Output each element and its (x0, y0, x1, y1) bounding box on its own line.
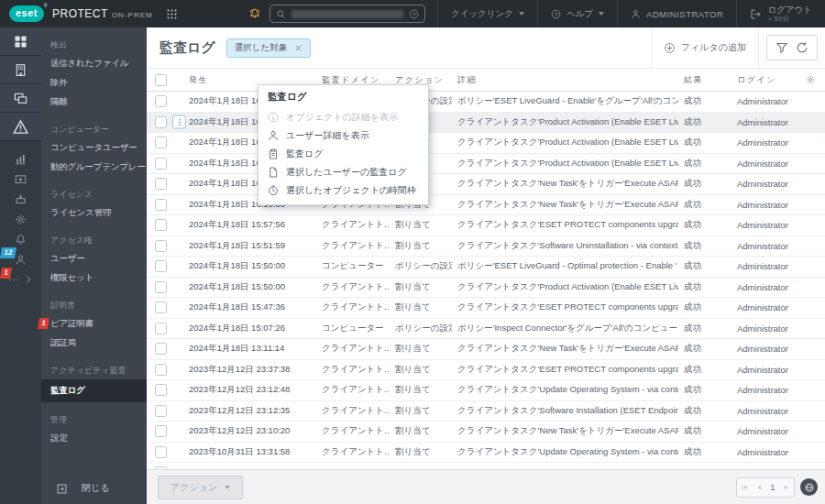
row-checkbox[interactable] (155, 116, 167, 128)
table-row[interactable]: 2024年1月18日 16:23:48クライアントト...割り当てクライアントタ… (147, 154, 825, 175)
cell-detail: クライアントタスク'New Task'をトリガー'Execute ASAP'のコ… (452, 343, 678, 355)
logout-button[interactable]: ログアウト > 59分 (736, 0, 825, 27)
table-row[interactable]: 2024年1月18日 13:11:14クライアントト...割り当てクライアントタ… (147, 339, 825, 360)
quick-links-menu[interactable]: クイックリンク (437, 0, 537, 27)
table-row[interactable]: 2024年1月18日 15:50:00クライアントト...割り当てクライアントタ… (147, 278, 825, 299)
table-row[interactable]: 2024年1月18日 16:53:55コンピューターポリシーの設定ポリシー'ES… (147, 92, 825, 113)
table-row[interactable]: 2024年1月18日 16:24:12クライアントト...割り当てクライアントタ… (147, 133, 825, 154)
rail-status-overview[interactable]: 12 (0, 249, 41, 269)
table-row[interactable]: 2024年1月18日 15:07:26コンピューターポリシーの設定ポリシー'In… (147, 319, 825, 340)
row-checkbox[interactable] (155, 178, 167, 190)
table-row[interactable]: 2023年12月12日 23:37:38クライアントト...割り当てクライアント… (147, 360, 825, 381)
table-row[interactable]: 2024年1月18日 15:57:56クライアントト...割り当てクライアントタ… (147, 215, 825, 236)
topbar: eset ® PROTECT ON-PREM ? クイックリンク ? ヘルプ (0, 0, 825, 27)
table-row[interactable]: 2024年1月18日 16:50:21クライアントト...割り当てクライアントタ… (147, 113, 825, 134)
cell-action: 割り当て (390, 301, 452, 313)
row-checkbox[interactable] (155, 219, 167, 231)
row-checkbox[interactable] (155, 446, 167, 458)
rail-computers[interactable] (0, 84, 41, 113)
cell-action: 割り当て (390, 384, 452, 396)
row-checkbox[interactable] (155, 158, 167, 170)
row-checkbox[interactable] (155, 260, 167, 272)
select-all-checkbox[interactable] (155, 74, 167, 86)
next-page-button[interactable] (782, 483, 791, 492)
cell-occurred: 2023年12月12日 23:12:48 (183, 384, 316, 396)
row-menu-button[interactable] (172, 115, 186, 129)
rail-reports[interactable] (0, 148, 41, 169)
row-checkbox[interactable] (155, 240, 167, 252)
row-checkbox[interactable] (155, 364, 167, 376)
current-page-number[interactable]: 1 (766, 478, 779, 497)
context-menu-item[interactable]: ユーザー詳細を表示 (258, 126, 428, 145)
previous-page-button[interactable] (754, 483, 764, 492)
row-checkbox[interactable] (155, 95, 167, 107)
sidebar-item[interactable]: コンピュータユーザー (41, 138, 147, 158)
clock-icon (268, 185, 279, 196)
cell-action: 割り当て (390, 343, 452, 355)
user-menu[interactable]: ADMINISTRATOR (617, 0, 736, 27)
sidebar-item[interactable]: 隔離 (41, 93, 147, 112)
filter-icon[interactable] (776, 41, 788, 54)
column-login[interactable]: ログイン (732, 74, 805, 86)
selected-target-chip[interactable]: 選択した対象 (226, 38, 311, 58)
row-checkbox[interactable] (155, 384, 167, 396)
row-checkbox[interactable] (155, 405, 167, 417)
help-menu[interactable]: ? ヘルプ (537, 0, 617, 27)
table-row[interactable]: 2024年1月18日 15:47:36クライアントト...割り当てクライアントタ… (147, 298, 825, 319)
rail-dashboard[interactable] (0, 27, 41, 56)
sidebar-item[interactable]: 権限セット (41, 268, 147, 288)
sidebar-item[interactable]: 設定 (41, 429, 147, 448)
refresh-icon[interactable] (796, 41, 808, 54)
rail-organization[interactable] (0, 56, 41, 84)
row-checkbox[interactable] (155, 301, 167, 313)
assistant-button[interactable] (800, 478, 818, 496)
apps-grid-icon[interactable] (166, 8, 178, 20)
sidebar-item[interactable]: 1ピア証明書 (41, 314, 147, 334)
rail-notifications[interactable] (0, 229, 41, 249)
table-row[interactable]: 2024年1月18日 15:50:00コンピューターポリシーの設定ポリシー'ES… (147, 257, 825, 278)
row-checkbox[interactable] (155, 281, 167, 293)
rail-more[interactable]: ...1 (0, 269, 41, 290)
row-checkbox[interactable] (155, 199, 167, 211)
context-menu-item[interactable]: 監査ログ (258, 145, 428, 163)
sidebar-item[interactable]: ライセンス管理 (41, 203, 147, 223)
rail-policies[interactable] (0, 209, 41, 229)
search-input[interactable]: ? (270, 5, 425, 23)
row-checkbox[interactable] (155, 323, 167, 334)
row-checkbox[interactable] (155, 343, 167, 355)
row-checkbox[interactable] (155, 425, 167, 437)
search-help-icon[interactable]: ? (409, 9, 419, 19)
sidebar-item[interactable]: 認証局 (41, 334, 147, 353)
chip-close-icon[interactable] (294, 44, 302, 52)
column-settings-gear-icon[interactable] (805, 74, 816, 85)
table-row[interactable]: 2023年12月12日 23:12:35クライアントト...割り当てクライアント… (147, 401, 825, 422)
table-row[interactable]: 2023年12月12日 23:10:20クライアントト...割り当てクライアント… (147, 422, 825, 443)
first-page-button[interactable] (740, 483, 749, 492)
column-result[interactable]: 結果 (678, 74, 732, 86)
context-menu-item[interactable]: 選択したユーザーの監査ログ (258, 163, 428, 181)
rail-detections[interactable] (0, 113, 41, 141)
context-menu-item[interactable]: 選択したオブジェクトの時間枠 (258, 181, 428, 200)
rail-tasks[interactable] (0, 169, 41, 189)
sidebar-item[interactable]: 送信されたファイル (41, 54, 147, 73)
table-row[interactable]: 2024年1月18日 16:16:33クライアントト...割り当てクライアントタ… (147, 195, 825, 216)
sidebar-item[interactable]: 除外 (41, 73, 147, 93)
sidebar-item[interactable]: ユーザー (41, 249, 147, 268)
collapse-panel-button[interactable]: 閉じる (56, 482, 109, 495)
actions-button[interactable]: アクション (158, 476, 243, 499)
table-row[interactable]: 2023年10月31日 13:31:58クライアントト...割り当てクライアント… (147, 443, 825, 464)
add-filter-button[interactable]: フィルタの追加 (651, 27, 759, 68)
sidebar-item-active[interactable]: 監査ログ (41, 379, 147, 402)
table-row[interactable] (147, 463, 825, 469)
table-row[interactable]: 2024年1月18日 15:51:59クライアントト...割り当てクライアントタ… (147, 236, 825, 257)
bottom-bar: アクション 1 (147, 469, 825, 504)
cell-detail: クライアントタスク'New Task'をトリガー'Execute ASAP'のコ… (452, 199, 678, 211)
rail-installers[interactable] (0, 189, 41, 209)
alert-bell-icon[interactable] (248, 7, 261, 20)
cell-action: 割り当て (390, 219, 452, 231)
column-detail[interactable]: 詳細 (452, 74, 678, 86)
table-row[interactable]: 2024年1月18日 16:17:09クライアントト...割り当てクライアントタ… (147, 174, 825, 195)
row-checkbox[interactable] (155, 137, 167, 148)
table-row[interactable]: 2023年12月12日 23:12:48クライアントト...割り当てクライアント… (147, 380, 825, 401)
sidebar-item[interactable]: 動的グループテンプレート (41, 158, 147, 177)
